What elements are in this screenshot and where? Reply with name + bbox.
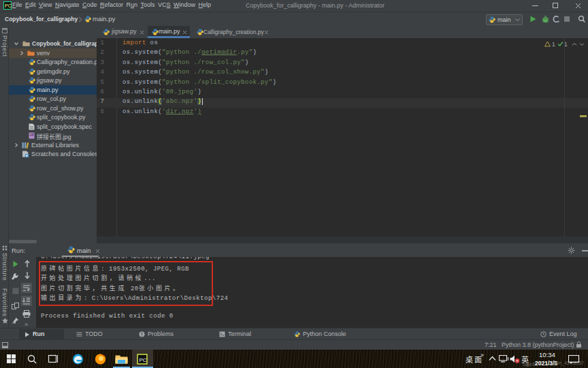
svg-text:1: 1 [564, 41, 568, 48]
svg-text:1: 1 [552, 41, 555, 48]
svg-text:PC: PC [5, 3, 12, 8]
svg-text:PC: PC [140, 357, 147, 363]
